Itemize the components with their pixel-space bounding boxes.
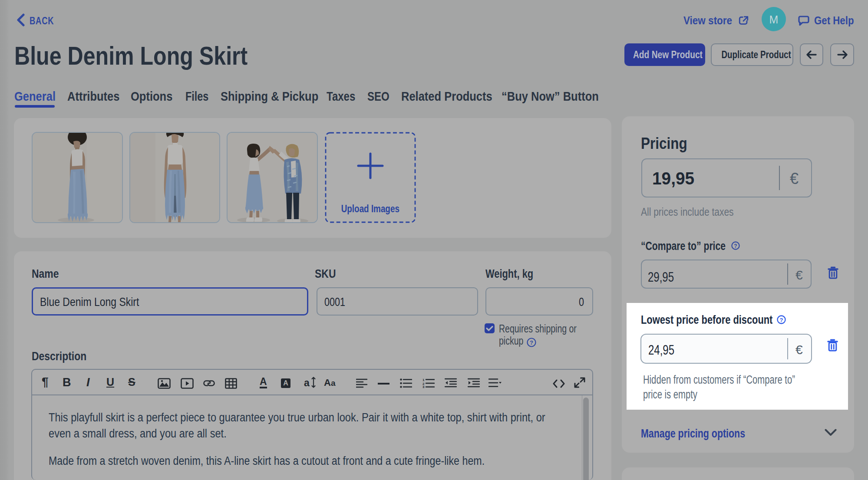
svg-text:?: ? — [780, 317, 783, 323]
svg-text:?: ? — [530, 339, 533, 346]
svg-text:3: 3 — [422, 385, 425, 388]
svg-text:?: ? — [734, 243, 737, 249]
